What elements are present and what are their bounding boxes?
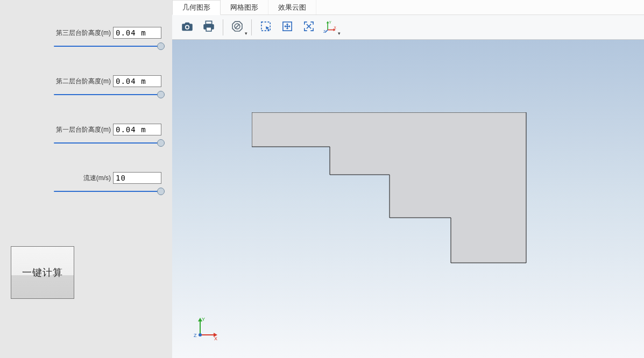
deny-icon: [230, 19, 244, 35]
svg-point-18: [199, 333, 202, 336]
axis-label-z: Z: [194, 333, 197, 338]
print-icon: [202, 19, 216, 35]
step2-height-input[interactable]: [113, 75, 161, 87]
svg-rect-3: [207, 27, 211, 31]
param-label: 第三层台阶高度(m): [56, 28, 111, 38]
step1-height-input[interactable]: [113, 124, 161, 135]
axis-icon: Y X Z: [323, 19, 337, 35]
svg-text:Y: Y: [329, 20, 332, 24]
step3-height-input[interactable]: [113, 27, 161, 39]
param-label: 第二层台阶高度(m): [56, 77, 111, 86]
toolbar-separator: [223, 19, 223, 35]
param-block-step1: 第一层台阶高度(m): [11, 124, 161, 148]
tab-geometry[interactable]: 几何图形: [172, 0, 221, 15]
main-panel: 几何图形 网格图形 效果云图 ▾: [172, 0, 644, 358]
fit-view-button[interactable]: [298, 18, 320, 37]
select-rect-button[interactable]: [255, 18, 277, 37]
camera-icon: [180, 19, 194, 35]
print-button[interactable]: [198, 18, 220, 37]
svg-point-1: [186, 26, 189, 28]
pan-button[interactable]: [277, 18, 298, 37]
svg-marker-15: [252, 112, 526, 263]
select-rect-icon: [259, 19, 273, 35]
param-block-step3: 第三层台阶高度(m): [11, 27, 161, 52]
tab-mesh[interactable]: 网格图形: [221, 0, 268, 15]
step1-height-slider[interactable]: [54, 138, 161, 148]
velocity-input[interactable]: [113, 172, 161, 184]
axis-orientation-button[interactable]: Y X Z ▾: [320, 18, 341, 37]
param-label: 流速(m/s): [83, 174, 111, 183]
fit-icon: [302, 19, 316, 35]
param-block-velocity: 流速(m/s): [11, 172, 161, 197]
dropdown-caret-icon: ▾: [338, 31, 341, 36]
toolbar-separator: [251, 19, 252, 35]
svg-text:Z: Z: [323, 30, 325, 33]
velocity-slider[interactable]: [54, 186, 161, 197]
param-block-step2: 第二层台阶高度(m): [11, 75, 161, 100]
sidebar: 第三层台阶高度(m) 第二层台阶高度(m) 第一层台阶高度(m): [0, 0, 172, 358]
tab-bar: 几何图形 网格图形 效果云图: [172, 0, 644, 15]
snapshot-button[interactable]: [176, 18, 198, 37]
param-label: 第一层台阶高度(m): [56, 125, 111, 134]
svg-rect-2: [206, 21, 211, 24]
dropdown-caret-icon: ▾: [245, 31, 247, 36]
deny-button[interactable]: ▾: [227, 18, 248, 37]
axis-label-x: X: [214, 336, 217, 340]
svg-line-6: [235, 24, 239, 28]
viewport-canvas[interactable]: Y X Z: [172, 40, 644, 358]
step2-height-slider[interactable]: [54, 89, 161, 100]
axis-triad: Y X Z: [193, 313, 220, 342]
calculate-button[interactable]: 一键计算: [11, 246, 74, 299]
pan-icon: [280, 19, 294, 35]
step3-height-slider[interactable]: [54, 41, 161, 52]
tab-contour[interactable]: 效果云图: [268, 0, 316, 15]
geometry-shape: [252, 112, 537, 275]
svg-text:X: X: [334, 26, 337, 30]
toolbar: ▾: [172, 15, 644, 40]
axis-label-y: Y: [202, 317, 205, 322]
